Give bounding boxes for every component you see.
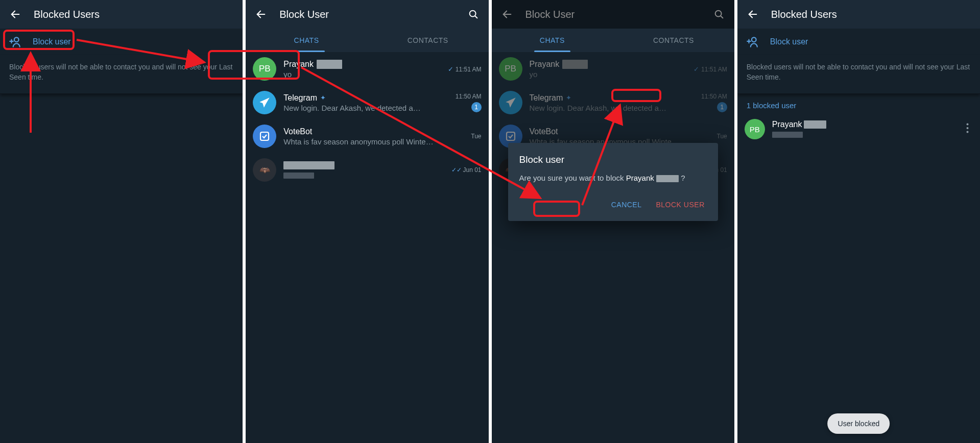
svg-rect-11 (507, 132, 515, 140)
page-title: Block User (525, 9, 709, 20)
app-header: Block User (246, 0, 488, 29)
page-title: Block User (279, 9, 463, 20)
tab-chats[interactable]: CHATS (246, 29, 367, 52)
add-person-icon (8, 35, 27, 48)
chat-preview: Whta is fav season anonymous poll Winte… (283, 137, 467, 146)
app-header: Blocked Users (737, 0, 980, 29)
svg-point-16 (967, 124, 969, 126)
chat-time: 11:51 AM (456, 66, 482, 73)
tab-contacts[interactable]: CONTACTS (367, 29, 489, 52)
dialog-message: Are you sure you want to block Prayank ? (519, 173, 707, 184)
avatar: PB (499, 57, 522, 81)
back-button[interactable] (251, 4, 271, 24)
panel-blocked-users-empty: Blocked Users Block user Blocked users w… (0, 0, 246, 443)
arrow-left-icon (255, 9, 267, 20)
chat-name: Telegram (283, 93, 317, 103)
redacted (283, 161, 334, 169)
dialog-cancel-button[interactable]: CANCEL (609, 196, 644, 213)
svg-line-6 (475, 16, 477, 18)
search-button[interactable] (709, 4, 729, 24)
dialog-confirm-button[interactable]: BLOCK USER (654, 196, 707, 213)
avatar: PB (253, 57, 276, 81)
avatar: 🦇 (253, 158, 276, 182)
arrow-left-icon (501, 9, 513, 20)
verified-icon: ✦ (320, 94, 326, 102)
chat-item-telegram[interactable]: Telegram✦ New login. Dear Akash, we dete… (492, 86, 734, 119)
back-button[interactable] (5, 4, 26, 24)
svg-point-1 (14, 37, 19, 42)
app-header: Block User (492, 0, 734, 29)
chat-preview: New login. Dear Akash, we detected a… (283, 104, 451, 112)
chat-item-telegram[interactable]: Telegram✦ New login. Dear Akash, we dete… (246, 86, 488, 119)
svg-point-17 (967, 127, 969, 129)
redacted (656, 175, 679, 182)
block-user-button[interactable]: Block user (0, 29, 243, 55)
telegram-icon (258, 96, 271, 109)
redacted (772, 132, 803, 138)
dialog-title: Block user (519, 154, 707, 165)
page-title: Blocked Users (34, 9, 237, 20)
arrow-left-icon (10, 9, 21, 20)
search-button[interactable] (463, 4, 484, 24)
arrow-left-icon (747, 9, 758, 20)
chat-preview: yo (283, 70, 444, 79)
chat-item-prayank[interactable]: PB Prayank yo ✓11:51 AM (246, 52, 488, 86)
redacted (804, 120, 826, 129)
chat-name: VoteBot (283, 127, 467, 136)
back-button[interactable] (497, 4, 517, 24)
chat-time: Jun 01 (463, 166, 481, 174)
info-text: Blocked users will not be able to contac… (737, 55, 980, 94)
blocked-user-row[interactable]: PB Prayank (737, 114, 980, 144)
blocked-user-name: Prayank (772, 120, 802, 129)
svg-point-13 (752, 37, 756, 42)
add-person-icon (746, 35, 764, 48)
panel-block-user-picker: Block User CHATS CONTACTS PB Prayank yo … (246, 0, 491, 443)
chat-time: 11:50 AM (456, 93, 482, 100)
section-title: 1 blocked user (737, 94, 980, 114)
avatar (253, 91, 276, 114)
page-title: Blocked Users (771, 9, 975, 20)
svg-line-10 (721, 16, 723, 18)
chat-name: Prayank (530, 60, 560, 69)
avatar (253, 125, 276, 148)
redacted (317, 60, 342, 69)
chat-list: PB Prayank yo ✓11:51 AM Telegram✦ New lo… (246, 52, 488, 187)
back-button[interactable] (743, 4, 763, 24)
block-user-label: Block user (33, 37, 71, 46)
tab-bar: CHATS CONTACTS (246, 29, 488, 52)
check-icon: ✓ (694, 65, 699, 73)
search-icon (713, 9, 725, 20)
chat-name: Prayank (283, 60, 314, 69)
more-vertical-icon (966, 123, 969, 133)
svg-rect-7 (260, 132, 269, 140)
chat-preview: yo (530, 70, 690, 79)
unread-badge: 1 (471, 102, 482, 112)
search-icon (468, 9, 479, 20)
chat-item-prayank[interactable]: PB Prayank yo ✓11:51 AM (492, 52, 734, 86)
redacted (283, 173, 314, 179)
info-text: Blocked users will not be able to contac… (0, 55, 243, 94)
block-confirm-dialog: Block user Are you sure you want to bloc… (508, 143, 718, 221)
panel-blocked-users-list: Blocked Users Block user Blocked users w… (737, 0, 980, 443)
chat-time: Tue (471, 133, 481, 140)
more-options-button[interactable] (962, 123, 973, 135)
block-user-button[interactable]: Block user (737, 29, 980, 55)
tab-bar: CHATS CONTACTS (492, 29, 734, 52)
double-check-icon: ✓✓ (451, 166, 462, 174)
avatar (499, 91, 522, 114)
tab-contacts[interactable]: CONTACTS (613, 29, 734, 52)
avatar: PB (745, 119, 765, 139)
toast: User blocked (828, 413, 890, 434)
verified-icon: ✦ (566, 94, 571, 102)
checkbox-icon (258, 130, 271, 142)
panel-block-confirm: Block User CHATS CONTACTS PB Prayank yo … (492, 0, 737, 443)
chat-item-votebot[interactable]: VoteBot Whta is fav season anonymous pol… (246, 119, 488, 153)
app-header: Blocked Users (0, 0, 243, 29)
tab-chats[interactable]: CHATS (492, 29, 613, 52)
block-user-label: Block user (770, 37, 808, 46)
redacted (562, 60, 588, 69)
chat-item-anon[interactable]: 🦇 ✓✓Jun 01 (246, 153, 488, 187)
check-icon: ✓ (448, 65, 453, 73)
svg-point-18 (967, 131, 969, 133)
